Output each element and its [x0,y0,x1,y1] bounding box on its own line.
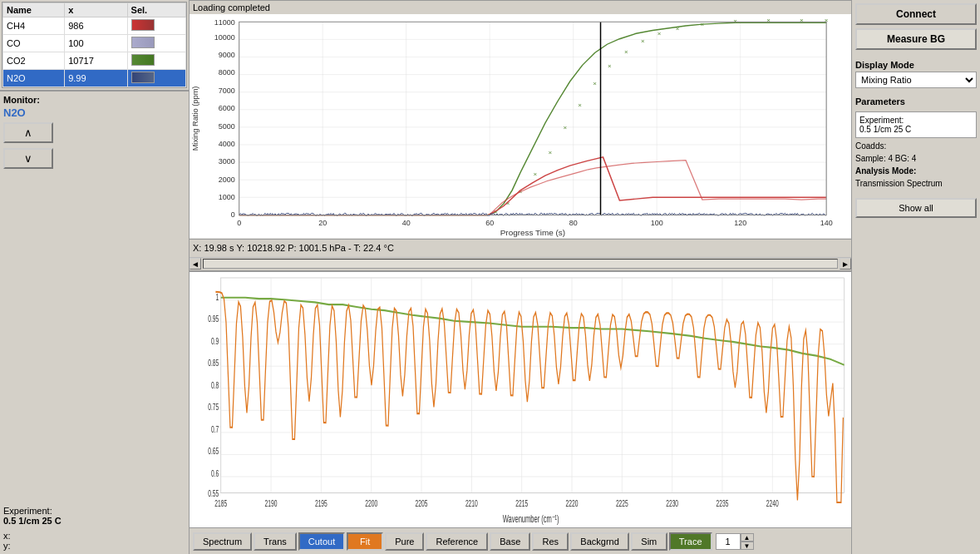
svg-text:0.8: 0.8 [211,380,219,390]
svg-text:2230: 2230 [666,498,678,508]
species-swatch-co2[interactable] [127,52,185,70]
svg-text:0.95: 0.95 [208,314,219,324]
loading-status: Loading completed [193,2,270,12]
res-button[interactable]: Res [532,532,569,551]
scroll-bar[interactable]: ◄ ► [190,257,851,270]
experiment-value-lower: 0.5 1/cm 25 C [3,516,185,526]
coadds-label: Coadds: [855,141,977,151]
sim-button[interactable]: Sim [631,532,667,551]
species-table: Name x Sel. CH4986CO100CO210717N2O9.99 [2,2,187,88]
fit-button[interactable]: Fit [347,532,383,551]
monitor-label: Monitor: [3,95,185,105]
svg-text:2210: 2210 [465,498,478,508]
col-header-x: x [65,3,127,17]
svg-text:2000: 2000 [219,176,235,184]
spectrum-svg: 0.55 0.6 0.65 0.7 0.75 0.8 0.85 0.9 0.95… [190,272,851,528]
mixing-ratio-chart: 0 1000 2000 3000 4000 5000 6000 7000 800… [190,14,851,239]
svg-text:2205: 2205 [416,498,428,508]
scroll-right-button[interactable]: ► [840,258,851,270]
analysis-mode-label: Analysis Mode: [855,166,977,176]
svg-text:×: × [800,17,804,24]
monitor-down-button[interactable]: ∨ [3,148,53,169]
backgrnd-button[interactable]: Backgrnd [570,532,628,551]
y-label: y: [3,541,185,551]
svg-text:0: 0 [237,219,241,227]
species-name-n2o[interactable]: N2O [3,70,65,87]
svg-text:100: 100 [651,219,663,227]
svg-text:5000: 5000 [219,122,235,131]
svg-text:10000: 10000 [214,33,235,42]
svg-text:80: 80 [569,219,578,227]
svg-text:140: 140 [820,219,833,227]
svg-text:×: × [534,171,538,178]
svg-text:8000: 8000 [219,69,235,77]
species-name-co2[interactable]: CO2 [3,52,65,70]
trace-spinner[interactable]: ▲ ▼ [716,533,754,550]
svg-text:×: × [624,49,628,57]
svg-text:2225: 2225 [616,498,628,508]
reference-button[interactable]: Reference [426,532,488,551]
right-panel: Connect Measure BG Display Mode Mixing R… [851,0,980,554]
species-swatch-ch4[interactable] [127,17,185,35]
trace-button[interactable]: Trace [669,532,712,551]
trace-spinner-input[interactable] [716,533,741,550]
species-swatch-n2o[interactable] [127,70,185,87]
svg-text:7000: 7000 [219,87,235,95]
svg-text:4000: 4000 [219,140,235,148]
svg-text:120: 120 [734,219,746,227]
svg-text:1000: 1000 [219,193,235,201]
color-swatch-co2 [131,54,155,66]
show-all-button[interactable]: Show all [855,198,977,218]
svg-text:×: × [641,38,645,46]
experiment-label-right: Experiment: [859,116,973,125]
scroll-track[interactable] [203,259,838,269]
species-value-co: 100 [65,35,127,52]
parameters-box: Experiment: 0.5 1/cm 25 C [855,111,977,138]
spinner-down[interactable]: ▼ [741,542,754,550]
svg-text:1: 1 [215,291,219,301]
species-swatch-co[interactable] [127,35,185,52]
monitor-up-button[interactable]: ∧ [3,122,53,143]
svg-text:40: 40 [402,219,411,227]
svg-text:3000: 3000 [219,158,235,166]
pure-button[interactable]: Pure [385,532,424,551]
svg-text:2220: 2220 [566,498,579,508]
svg-text:11000: 11000 [214,18,235,27]
measure-bg-button[interactable]: Measure BG [855,28,977,50]
scroll-left-button[interactable]: ◄ [190,258,201,270]
spectrum-button[interactable]: Spectrum [193,532,252,551]
svg-text:60: 60 [485,219,494,227]
svg-text:×: × [676,25,680,32]
parameters-label: Parameters [855,96,977,106]
species-name-co[interactable]: CO [3,35,65,52]
svg-text:0.7: 0.7 [211,424,219,434]
svg-text:20: 20 [318,219,327,227]
analysis-mode-value: Transmission Spectrum [855,179,977,188]
svg-text:0.9: 0.9 [211,335,219,345]
color-swatch-n2o [131,72,155,83]
svg-text:×: × [733,17,737,25]
display-mode-select[interactable]: Mixing Ratio Absorbance Transmittance [855,72,977,88]
svg-text:Mixing Ratio (ppm): Mixing Ratio (ppm) [190,87,199,151]
trans-button[interactable]: Trans [254,532,297,551]
svg-text:0.6: 0.6 [211,468,219,478]
base-button[interactable]: Base [490,532,530,551]
color-swatch-co [131,37,155,48]
species-name-ch4[interactable]: CH4 [3,17,65,35]
connect-button[interactable]: Connect [855,3,977,25]
svg-text:0.65: 0.65 [208,446,219,456]
svg-text:×: × [548,149,552,156]
svg-text:2185: 2185 [214,498,227,508]
svg-text:×: × [563,125,567,132]
svg-text:×: × [608,62,612,70]
svg-text:2215: 2215 [515,498,528,508]
svg-text:0.85: 0.85 [208,358,219,368]
svg-text:6000: 6000 [219,104,235,112]
col-header-name: Name [3,3,65,17]
cutout-button[interactable]: Cutout [298,532,345,551]
coadds-value: Sample: 4 BG: 4 [855,154,977,163]
left-panel: Name x Sel. CH4986CO100CO210717N2O9.99 M… [0,0,190,554]
svg-text:0.75: 0.75 [208,402,219,412]
spinner-up[interactable]: ▲ [741,533,754,542]
svg-text:2200: 2200 [365,498,377,508]
